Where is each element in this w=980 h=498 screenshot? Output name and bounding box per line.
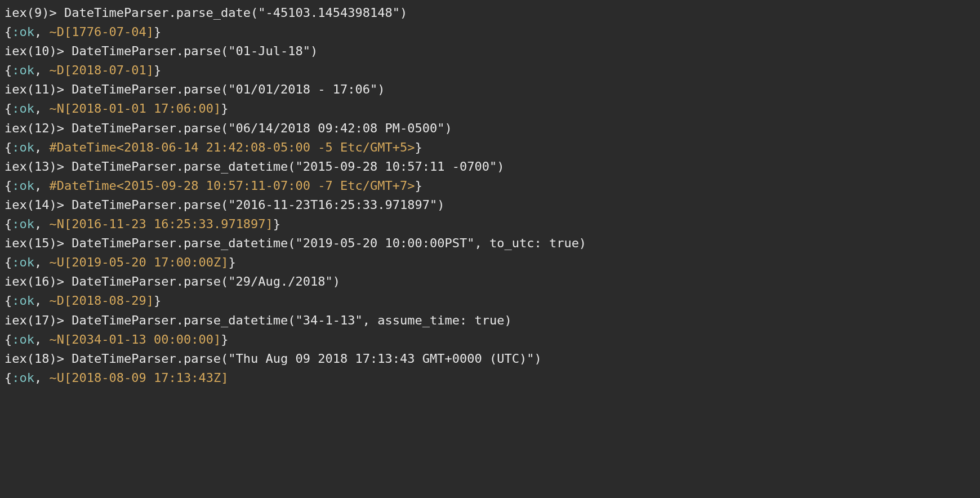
terminal-segment: { xyxy=(5,101,12,115)
terminal-segment: ~D[1776-07-04] xyxy=(50,25,154,39)
terminal-segment: iex(14)> DateTimeParser.parse("2016-11-2… xyxy=(5,198,444,212)
terminal-segment: #DateTime<2018-06-14 21:42:08-05:00 -5 E… xyxy=(50,140,415,154)
terminal-segment: iex(17)> DateTimeParser.parse_datetime("… xyxy=(5,313,512,327)
terminal-segment: { xyxy=(5,25,12,39)
terminal-segment: iex(9)> DateTimeParser.parse_date("-4510… xyxy=(5,6,407,20)
terminal-segment: iex(13)> DateTimeParser.parse_datetime("… xyxy=(5,159,504,174)
terminal-segment: , xyxy=(34,101,50,115)
terminal-line: {:ok, #DateTime<2018-06-14 21:42:08-05:0… xyxy=(5,138,975,157)
terminal-line: iex(14)> DateTimeParser.parse("2016-11-2… xyxy=(5,195,975,215)
terminal-segment: , xyxy=(34,140,50,154)
terminal-line: {:ok, ~N[2016-11-23 16:25:33.971897]} xyxy=(5,215,975,234)
terminal-segment: :ok xyxy=(12,25,34,39)
terminal-segment: iex(18)> DateTimeParser.parse("Thu Aug 0… xyxy=(5,352,542,366)
terminal-segment: #DateTime<2015-09-28 10:57:11-07:00 -7 E… xyxy=(50,179,415,193)
terminal-segment: } xyxy=(221,101,228,115)
terminal-segment: ~D[2018-07-01] xyxy=(50,63,154,77)
terminal-line: iex(12)> DateTimeParser.parse("06/14/201… xyxy=(5,119,975,138)
terminal-segment: { xyxy=(5,140,12,154)
terminal-line: iex(9)> DateTimeParser.parse_date("-4510… xyxy=(5,3,975,23)
terminal-segment: ~U[2019-05-20 17:00:00Z] xyxy=(50,255,229,269)
terminal-line: iex(10)> DateTimeParser.parse("01-Jul-18… xyxy=(5,42,975,61)
terminal-segment: { xyxy=(5,371,12,385)
terminal-segment: iex(12)> DateTimeParser.parse("06/14/201… xyxy=(5,121,452,135)
terminal-segment: , xyxy=(34,371,50,385)
terminal-line: iex(15)> DateTimeParser.parse_datetime("… xyxy=(5,234,975,253)
terminal-line: iex(16)> DateTimeParser.parse("29/Aug./2… xyxy=(5,272,975,291)
terminal-segment: :ok xyxy=(12,294,34,308)
terminal-segment: :ok xyxy=(12,179,34,193)
terminal-line: {:ok, ~U[2019-05-20 17:00:00Z]} xyxy=(5,253,975,272)
terminal-segment: ~N[2018-01-01 17:06:00] xyxy=(50,101,221,115)
terminal-segment: } xyxy=(415,140,422,154)
terminal-segment: { xyxy=(5,255,12,269)
terminal-segment: iex(10)> DateTimeParser.parse("01-Jul-18… xyxy=(5,44,318,58)
terminal-segment: } xyxy=(273,217,280,231)
terminal-segment: ~N[2034-01-13 00:00:00] xyxy=(50,332,221,346)
terminal-segment: } xyxy=(154,25,161,39)
terminal-line: {:ok, ~D[2018-07-01]} xyxy=(5,61,975,80)
terminal-segment: , xyxy=(34,63,50,77)
terminal-segment: , xyxy=(34,294,50,308)
terminal-segment: ~N[2016-11-23 16:25:33.971897] xyxy=(50,217,273,231)
terminal-segment: :ok xyxy=(12,101,34,115)
terminal-segment: , xyxy=(34,179,50,193)
terminal-segment: { xyxy=(5,332,12,346)
terminal-segment: , xyxy=(34,217,50,231)
terminal-line: iex(13)> DateTimeParser.parse_datetime("… xyxy=(5,157,975,176)
terminal-segment: } xyxy=(228,255,235,269)
terminal-segment: } xyxy=(415,179,422,193)
terminal-line: {:ok, ~N[2034-01-13 00:00:00]} xyxy=(5,330,975,349)
terminal-segment: { xyxy=(5,179,12,193)
terminal-segment: iex(11)> DateTimeParser.parse("01/01/201… xyxy=(5,82,385,96)
terminal-segment: } xyxy=(154,294,161,308)
terminal-segment: , xyxy=(34,25,50,39)
terminal-line: iex(11)> DateTimeParser.parse("01/01/201… xyxy=(5,80,975,99)
terminal-segment: :ok xyxy=(12,217,34,231)
terminal-segment: } xyxy=(154,63,161,77)
terminal-output: iex(9)> DateTimeParser.parse_date("-4510… xyxy=(0,0,980,391)
terminal-segment: { xyxy=(5,63,12,77)
terminal-segment: } xyxy=(221,332,228,346)
terminal-segment: , xyxy=(34,332,50,346)
terminal-segment: :ok xyxy=(12,63,34,77)
terminal-line: iex(18)> DateTimeParser.parse("Thu Aug 0… xyxy=(5,349,975,368)
terminal-segment: :ok xyxy=(12,140,34,154)
terminal-segment: :ok xyxy=(12,255,34,269)
terminal-line: {:ok, ~N[2018-01-01 17:06:00]} xyxy=(5,99,975,118)
terminal-line: {:ok, #DateTime<2015-09-28 10:57:11-07:0… xyxy=(5,176,975,195)
terminal-segment: iex(15)> DateTimeParser.parse_datetime("… xyxy=(5,236,586,250)
terminal-segment: { xyxy=(5,217,12,231)
terminal-line: iex(17)> DateTimeParser.parse_datetime("… xyxy=(5,311,975,330)
terminal-line: {:ok, ~U[2018-08-09 17:13:43Z] xyxy=(5,368,975,388)
terminal-segment: :ok xyxy=(12,332,34,346)
terminal-segment: { xyxy=(5,294,12,308)
terminal-segment: , xyxy=(34,255,50,269)
terminal-segment: ~D[2018-08-29] xyxy=(50,294,154,308)
terminal-segment: ~U[2018-08-09 17:13:43Z] xyxy=(50,371,229,385)
terminal-line: {:ok, ~D[2018-08-29]} xyxy=(5,291,975,310)
terminal-segment: :ok xyxy=(12,371,34,385)
terminal-line: {:ok, ~D[1776-07-04]} xyxy=(5,23,975,42)
terminal-segment: iex(16)> DateTimeParser.parse("29/Aug./2… xyxy=(5,274,340,288)
